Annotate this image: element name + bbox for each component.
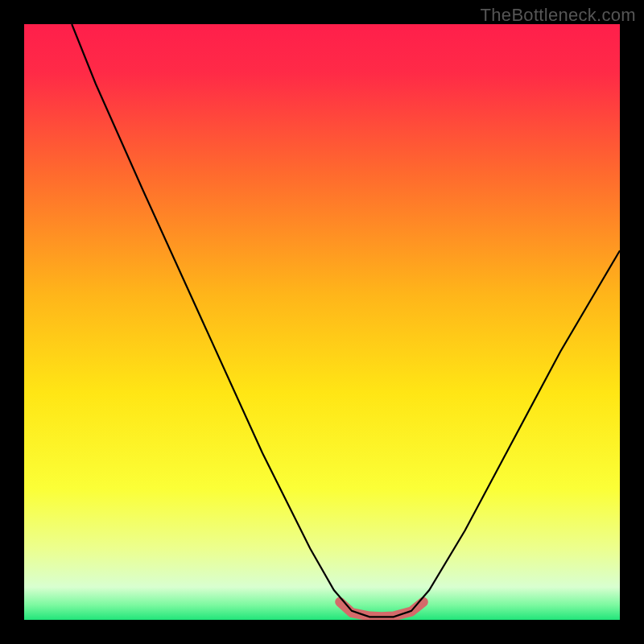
- plot-background: [24, 24, 620, 620]
- chart-canvas: [0, 0, 644, 644]
- chart-frame: TheBottleneck.com: [0, 0, 644, 644]
- watermark-text: TheBottleneck.com: [481, 5, 636, 26]
